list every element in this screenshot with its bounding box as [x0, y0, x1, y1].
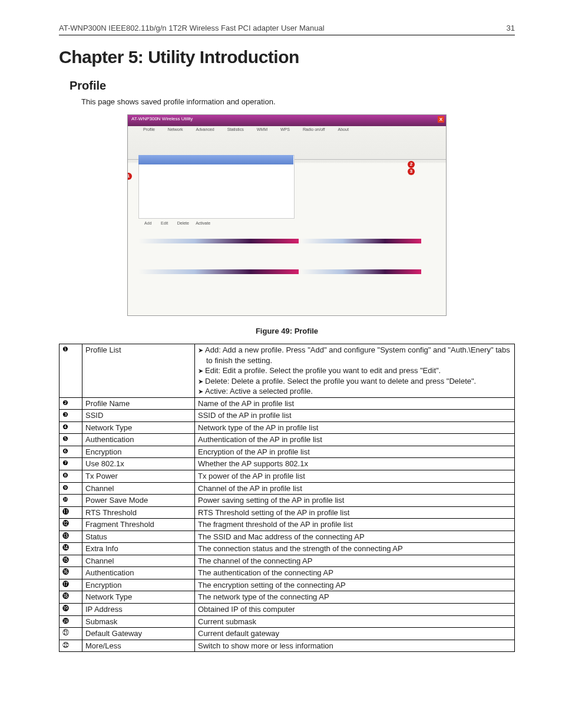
- section-title: Profile: [70, 79, 515, 93]
- table-row: ⓰AuthenticationThe authentication of the…: [59, 567, 515, 579]
- row-number: ㉑: [59, 628, 82, 640]
- row-label: Network Type: [82, 591, 195, 604]
- callout-1: 1: [127, 173, 132, 180]
- row-number: ❻: [59, 446, 82, 458]
- row-number: ❽: [59, 470, 82, 483]
- row-desc: RTS Threshold setting of the AP in profi…: [195, 506, 515, 519]
- tab-network: Network: [168, 127, 183, 156]
- row-desc: SSID of the AP in profile list: [195, 410, 515, 422]
- row-desc: Channel of the AP in profile list: [195, 482, 515, 495]
- row-number: ❼: [59, 458, 82, 470]
- row-label: Fragment Threshold: [82, 519, 195, 531]
- table-row: ⓳IP AddressObtained IP of this computer: [59, 604, 515, 616]
- table-row: ⓴SubmaskCurrent submask: [59, 615, 515, 628]
- row-number: ⓰: [59, 567, 82, 579]
- row-desc: Obtained IP of this computer: [195, 604, 515, 616]
- row-number: ❸: [59, 410, 82, 422]
- table-row: ㉑Default GatewayCurrent default gateway: [59, 628, 515, 640]
- row-label: Encryption: [82, 446, 195, 458]
- row-desc: Add: Add a new profile. Press "Add" and …: [195, 344, 515, 398]
- row-number: ⓭: [59, 531, 82, 543]
- row-label: Encryption: [82, 579, 195, 591]
- row-label: Power Save Mode: [82, 495, 195, 507]
- intro-text: This page shows saved profile informatio…: [81, 97, 515, 106]
- row-number: ⓲: [59, 591, 82, 604]
- table-row: ⓯ChannelThe channel of the connecting AP: [59, 555, 515, 567]
- row-label: Channel: [82, 555, 195, 567]
- row-desc: Whether the AP supports 802.1x: [195, 458, 515, 470]
- row-number: ❾: [59, 482, 82, 495]
- table-row: ❺AuthenticationAuthentication of the AP …: [59, 434, 515, 446]
- tab-radio: Radio on/off: [303, 127, 325, 156]
- row-number: ❶: [59, 344, 82, 398]
- row-label: Status: [82, 531, 195, 543]
- tab-advanced: Advanced: [196, 127, 214, 156]
- row-number: ❹: [59, 421, 82, 434]
- table-row: ❶Profile ListAdd: Add a new profile. Pre…: [59, 344, 515, 398]
- row-label: Profile Name: [82, 397, 195, 410]
- table-row: ⓬Fragment ThresholdThe fragment threshol…: [59, 519, 515, 531]
- row-desc: The fragment threshold of the AP in prof…: [195, 519, 515, 531]
- row-number: ⓮: [59, 543, 82, 555]
- tab-statistics: Statistics: [227, 127, 244, 156]
- page-number: 31: [507, 24, 515, 32]
- row-number: ⓴: [59, 615, 82, 628]
- row-label: Submask: [82, 615, 195, 628]
- table-row: ⓲Network TypeThe network type of the con…: [59, 591, 515, 604]
- row-desc: The connection status and the strength o…: [195, 543, 515, 555]
- callout-3: 3: [408, 168, 415, 175]
- row-label: Tx Power: [82, 470, 195, 483]
- row-label: Channel: [82, 482, 195, 495]
- row-desc: Current submask: [195, 615, 515, 628]
- row-label: Profile List: [82, 344, 195, 398]
- chapter-title: Chapter 5: Utility Introduction: [59, 47, 515, 67]
- row-desc: Authentication of the AP in profile list: [195, 434, 515, 446]
- table-row: ⓱EncryptionThe encryption setting of the…: [59, 579, 515, 591]
- row-desc: The network type of the connecting AP: [195, 591, 515, 604]
- row-desc: The encryption setting of the connecting…: [195, 579, 515, 591]
- table-row: ❿Power Save ModePower saving setting of …: [59, 495, 515, 507]
- row-label: Default Gateway: [82, 628, 195, 640]
- row-desc: Encryption of the AP in profile list: [195, 446, 515, 458]
- row-number: ⓯: [59, 555, 82, 567]
- row-number: ⓳: [59, 604, 82, 616]
- row-number: ❺: [59, 434, 82, 446]
- row-number: ❿: [59, 495, 82, 507]
- tab-about: About: [338, 127, 349, 156]
- row-number: ⓫: [59, 506, 82, 519]
- row-label: SSID: [82, 410, 195, 422]
- row-label: Use 802.1x: [82, 458, 195, 470]
- app-toolbar: Profile Network Advanced Statistics WMM …: [128, 124, 446, 160]
- table-row: ❽Tx PowerTx power of the AP in profile l…: [59, 470, 515, 483]
- table-row: ❾ChannelChannel of the AP in profile lis…: [59, 482, 515, 495]
- row-label: Authentication: [82, 434, 195, 446]
- tab-profile: Profile: [143, 127, 155, 156]
- description-table: ❶Profile ListAdd: Add a new profile. Pre…: [59, 344, 515, 652]
- row-label: IP Address: [82, 604, 195, 616]
- row-label: Authentication: [82, 567, 195, 579]
- table-row: ❼Use 802.1xWhether the AP supports 802.1…: [59, 458, 515, 470]
- row-desc: The authentication of the connecting AP: [195, 567, 515, 579]
- callout-2: 2: [408, 161, 415, 168]
- row-desc: Power saving setting of the AP in profil…: [195, 495, 515, 507]
- table-row: ⓫RTS ThresholdRTS Threshold setting of t…: [59, 506, 515, 519]
- table-row: ❸SSIDSSID of the AP in profile list: [59, 410, 515, 422]
- row-number: ㉒: [59, 640, 82, 652]
- row-desc: The SSID and Mac address of the connecti…: [195, 531, 515, 543]
- row-desc: Name of the AP in profile list: [195, 397, 515, 410]
- row-number: ⓬: [59, 519, 82, 531]
- table-row: ㉒More/LessSwitch to show more or less in…: [59, 640, 515, 652]
- row-label: More/Less: [82, 640, 195, 652]
- tab-wps: WPS: [280, 127, 290, 156]
- row-desc: Current default gateway: [195, 628, 515, 640]
- header-rule: [59, 35, 515, 35]
- table-row: ❷Profile NameName of the AP in profile l…: [59, 397, 515, 410]
- table-row: ⓮Extra InfoThe connection status and the…: [59, 543, 515, 555]
- row-number: ❷: [59, 397, 82, 410]
- row-desc: The channel of the connecting AP: [195, 555, 515, 567]
- running-header: AT-WNP300N IEEE802.11b/g/n 1T2R Wireless…: [59, 24, 325, 32]
- row-label: Extra Info: [82, 543, 195, 555]
- row-label: Network Type: [82, 421, 195, 434]
- figure-caption: Figure 49: Profile: [59, 327, 515, 335]
- table-row: ⓭StatusThe SSID and Mac address of the c…: [59, 531, 515, 543]
